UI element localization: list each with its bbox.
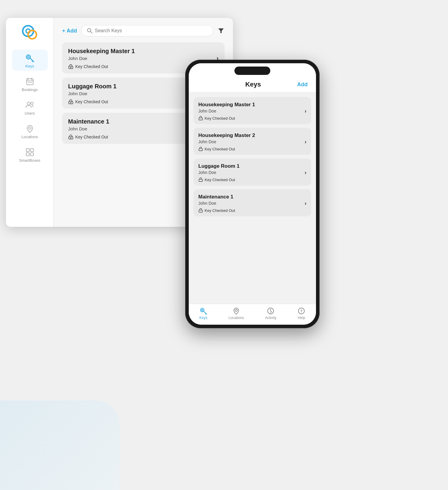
locations-tab-icon (232, 307, 240, 315)
phone-key-status: Key Checked Out (198, 208, 235, 213)
checkout-icon (68, 134, 73, 140)
phone-key-title: Housekeeping Master 1 (198, 102, 255, 108)
locations-tab-label: Locations (228, 316, 244, 320)
phone-key-title: Luggage Room 1 (198, 163, 240, 169)
phone-key-title: Maintenance 1 (198, 194, 235, 200)
svg-point-3 (26, 55, 30, 59)
users-icon (25, 100, 35, 110)
svg-rect-29 (199, 149, 202, 151)
svg-line-23 (90, 32, 92, 33)
svg-text:?: ? (300, 309, 303, 313)
svg-rect-18 (26, 149, 29, 152)
sidebar-item-users-label: Users (25, 111, 35, 115)
svg-rect-30 (199, 179, 202, 181)
checkout-icon (68, 64, 73, 69)
sidebar-item-bookings-label: Bookings (22, 87, 38, 92)
sidebar-item-users[interactable]: Users (12, 97, 48, 118)
sidebar-item-keys-label: Keys (25, 64, 34, 68)
sidebar-item-keys[interactable]: Keys (12, 50, 48, 71)
phone-chevron-icon: › (305, 139, 306, 145)
sidebar: Keys Bookings (6, 18, 54, 227)
phone-screen: Keys Add Housekeeping Master 1 John Doe … (189, 63, 316, 325)
svg-rect-19 (30, 149, 33, 152)
phone-tab-locations[interactable]: Locations (228, 307, 244, 320)
svg-rect-28 (199, 118, 202, 120)
svg-rect-31 (199, 210, 202, 212)
phone-title: Keys (245, 81, 261, 88)
svg-point-40 (270, 312, 271, 313)
phone-key-status: Key Checked Out (198, 116, 255, 121)
phone-notch (234, 67, 270, 75)
key-icon (25, 53, 35, 63)
phone-header: Keys Add (189, 78, 316, 92)
phone-key-card[interactable]: Housekeeping Master 2 John Doe Key Check… (194, 128, 311, 155)
sidebar-item-smartboxes-label: SmartBoxes (19, 158, 40, 163)
sidebar-item-locations[interactable]: Locations (12, 120, 48, 141)
svg-point-15 (27, 102, 30, 105)
sidebar-item-smartboxes[interactable]: SmartBoxes (12, 144, 48, 165)
phone-tabbar: Keys Locations Activity ? Help (189, 304, 316, 325)
phone-key-card[interactable]: Luggage Room 1 John Doe Key Checked Out … (194, 158, 311, 186)
filter-icon[interactable] (217, 27, 225, 34)
phone-key-user: John Doe (198, 109, 255, 113)
svg-rect-13 (30, 82, 30, 83)
phone-key-card[interactable]: Maintenance 1 John Doe Key Checked Out › (194, 189, 311, 216)
phone-tab-activity[interactable]: Activity (265, 307, 276, 320)
phone-chevron-icon: › (305, 108, 306, 114)
desktop-toolbar: + Add (62, 25, 225, 36)
help-tab-label: Help (298, 316, 305, 320)
phone-checkout-icon (198, 177, 203, 182)
sidebar-item-locations-label: Locations (22, 135, 38, 139)
svg-point-17 (29, 127, 31, 129)
smartboxes-icon (25, 147, 35, 157)
phone-key-info: Luggage Room 1 John Doe Key Checked Out (198, 163, 240, 182)
svg-line-39 (271, 311, 272, 312)
svg-point-22 (88, 29, 91, 32)
phone-key-status: Key Checked Out (198, 147, 255, 151)
locations-icon (25, 124, 35, 133)
phone-checkout-icon (198, 147, 203, 151)
phone-key-user: John Doe (198, 139, 255, 144)
phone-mockup: Keys Add Housekeeping Master 1 John Doe … (185, 60, 320, 328)
activity-tab-icon (267, 307, 274, 315)
phone-chevron-icon: › (305, 170, 306, 176)
svg-marker-24 (218, 28, 224, 33)
phone-key-info: Housekeeping Master 1 John Doe Key Check… (198, 102, 255, 121)
phone-key-info: Maintenance 1 John Doe Key Checked Out (198, 194, 235, 213)
phone-key-status: Key Checked Out (198, 177, 240, 182)
bookings-icon (25, 77, 35, 86)
phone-notch-bar (189, 63, 316, 78)
svg-point-36 (235, 309, 237, 312)
keys-tab-icon (200, 307, 207, 315)
desktop-search-bar[interactable] (81, 25, 213, 36)
keys-tab-label: Keys (199, 316, 207, 320)
svg-rect-20 (26, 153, 29, 156)
phone-add-button[interactable]: Add (297, 81, 308, 88)
svg-rect-14 (31, 82, 32, 83)
key-card-title: Housekeeping Master 1 (68, 48, 217, 55)
sidebar-item-bookings[interactable]: Bookings (12, 73, 48, 94)
desktop-add-button[interactable]: + Add (62, 28, 77, 34)
phone-chevron-icon: › (305, 200, 306, 207)
svg-rect-21 (30, 153, 33, 156)
help-tab-icon: ? (297, 307, 305, 315)
svg-point-33 (201, 309, 203, 311)
phone-key-title: Housekeeping Master 2 (198, 132, 255, 138)
phone-outer: Keys Add Housekeeping Master 1 John Doe … (185, 60, 320, 328)
checkout-icon (68, 99, 73, 104)
phone-tab-help[interactable]: ? Help (297, 307, 305, 320)
phone-key-user: John Doe (198, 170, 240, 175)
phone-tab-keys[interactable]: Keys (199, 307, 207, 320)
phone-checkout-icon (198, 116, 203, 121)
phone-checkout-icon (198, 208, 203, 213)
phone-key-list: Housekeeping Master 1 John Doe Key Check… (189, 92, 316, 304)
app-logo (21, 24, 39, 42)
search-icon (87, 28, 93, 34)
search-input[interactable] (95, 28, 208, 33)
phone-key-card[interactable]: Housekeeping Master 1 John Doe Key Check… (194, 97, 311, 124)
bg-decoration (0, 400, 119, 490)
svg-point-4 (27, 56, 29, 58)
svg-rect-8 (27, 79, 33, 85)
svg-rect-12 (28, 82, 29, 83)
svg-point-16 (31, 102, 33, 104)
